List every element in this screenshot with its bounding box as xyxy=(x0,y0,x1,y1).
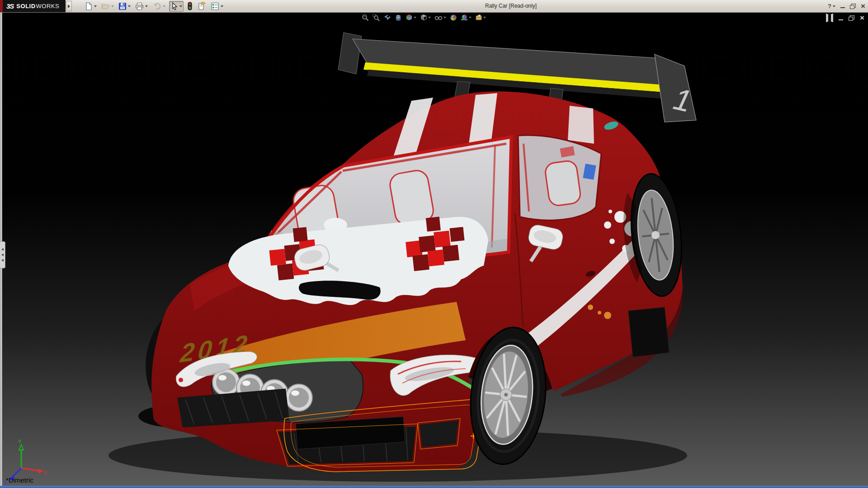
undo-arrow-icon xyxy=(152,2,161,10)
document-title: Rally Car [Read-only] xyxy=(217,0,805,12)
ds-logo-glyph: 3S xyxy=(6,2,14,10)
chevron-down-icon xyxy=(94,5,97,7)
show-left-pane-button[interactable] xyxy=(826,14,827,22)
help-icon: ? xyxy=(828,3,831,9)
chevron-down-icon xyxy=(443,17,446,19)
minimize-icon xyxy=(840,7,845,8)
chevron-down-icon xyxy=(483,17,486,19)
window-controls: ? × xyxy=(828,0,865,12)
left-pane-icon xyxy=(826,14,827,22)
title-bar: 3S SOLID WORKS xyxy=(0,0,868,13)
new-document-button[interactable] xyxy=(84,1,98,12)
file-properties-button[interactable] xyxy=(196,1,207,12)
chevron-down-icon xyxy=(428,17,431,19)
chevron-down-icon xyxy=(128,5,131,7)
zoom-to-area-button[interactable] xyxy=(373,14,380,21)
restore-icon xyxy=(849,15,854,21)
taskbar-edge xyxy=(0,486,868,488)
show-right-pane-button[interactable] xyxy=(832,14,833,22)
chevron-left-icon xyxy=(1,248,4,251)
apply-scene-icon xyxy=(461,14,468,21)
select-cursor-icon xyxy=(170,2,178,10)
view-settings-button[interactable] xyxy=(475,14,486,21)
restore-button[interactable] xyxy=(850,4,856,9)
help-button[interactable]: ? xyxy=(828,3,835,9)
glasses-icon xyxy=(434,14,443,21)
standard-toolbar xyxy=(84,1,224,12)
open-button[interactable] xyxy=(100,1,115,12)
appearance-sphere-icon xyxy=(450,14,457,21)
view-orientation-button[interactable] xyxy=(406,14,416,21)
side-window[interactable] xyxy=(518,135,601,220)
document-minimize-button[interactable] xyxy=(839,16,843,20)
chevron-down-icon xyxy=(163,5,165,7)
chevron-down-icon xyxy=(145,5,148,7)
previous-view-button[interactable] xyxy=(383,14,391,21)
brand-name-bold: SOLID xyxy=(16,3,35,9)
car-3d-model[interactable]: 1 xyxy=(0,13,868,486)
save-button[interactable] xyxy=(118,1,132,12)
select-button[interactable] xyxy=(169,1,184,12)
solidworks-logo: 3S SOLID WORKS xyxy=(3,0,66,12)
zoom-to-area-icon xyxy=(373,14,380,21)
undo-button[interactable] xyxy=(151,1,166,12)
document-window-controls: × xyxy=(826,14,864,22)
feature-manager-collapsed-tab[interactable] xyxy=(0,241,5,268)
view-orientation-label: *Dimetric xyxy=(6,476,33,484)
edit-appearance-button[interactable] xyxy=(450,14,457,21)
restore-icon xyxy=(850,4,856,9)
zoom-to-fit-button[interactable] xyxy=(362,14,369,21)
apply-scene-button[interactable] xyxy=(461,14,472,21)
view-settings-icon xyxy=(475,14,482,21)
save-floppy-icon xyxy=(118,2,127,10)
section-view-icon xyxy=(395,14,402,21)
menu-expand-button[interactable] xyxy=(66,1,72,11)
section-view-button[interactable] xyxy=(395,14,402,21)
document-close-button[interactable]: × xyxy=(860,14,864,22)
close-button[interactable]: × xyxy=(861,0,865,12)
hide-show-items-button[interactable] xyxy=(434,14,446,21)
zoom-to-fit-icon xyxy=(362,14,369,21)
display-style-icon xyxy=(420,14,427,21)
graphics-viewport[interactable]: 1 xyxy=(0,13,868,486)
previous-view-icon xyxy=(383,14,391,21)
file-properties-icon xyxy=(197,2,206,10)
rebuild-stoplight-button[interactable] xyxy=(186,1,193,12)
chevron-right-icon xyxy=(68,5,70,8)
chevron-left-icon xyxy=(1,253,4,256)
chevron-down-icon xyxy=(111,5,114,7)
chevron-down-icon xyxy=(414,17,416,19)
open-folder-icon xyxy=(101,2,110,10)
chevron-down-icon xyxy=(179,5,182,7)
stoplight-icon xyxy=(187,2,193,10)
brand-name-light: WORKS xyxy=(36,3,60,9)
print-button[interactable] xyxy=(134,1,149,12)
triad-x-label: X xyxy=(44,470,47,475)
document-restore-button[interactable] xyxy=(849,15,854,21)
triad-y-label: Y xyxy=(18,439,22,444)
display-style-button[interactable] xyxy=(420,14,431,21)
chevron-left-icon xyxy=(1,259,4,262)
minimize-button[interactable] xyxy=(840,4,845,8)
chevron-down-icon xyxy=(469,17,472,19)
printer-icon xyxy=(135,2,144,10)
minimize-icon xyxy=(839,19,843,20)
solidworks-window: 3S SOLID WORKS xyxy=(0,0,868,488)
new-document-icon xyxy=(85,2,93,10)
chevron-down-icon xyxy=(833,5,835,7)
right-pane-icon xyxy=(832,14,833,22)
heads-up-view-toolbar xyxy=(362,14,486,21)
view-orientation-cube-icon xyxy=(406,14,413,21)
